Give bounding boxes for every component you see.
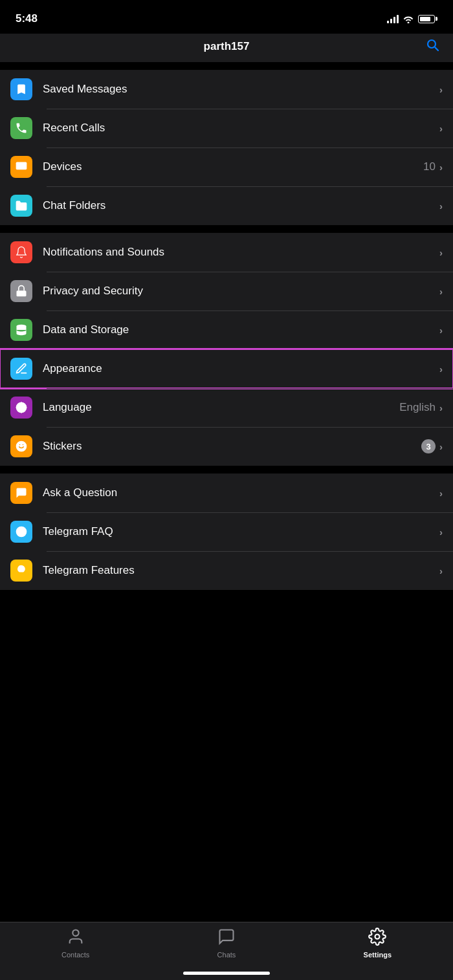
notifications-label: Notifications and Sounds xyxy=(43,246,439,259)
row-saved-messages[interactable]: Saved Messages › xyxy=(0,70,453,109)
features-icon xyxy=(10,560,32,582)
row-devices[interactable]: Devices 10 › xyxy=(0,147,453,186)
row-chat-folders[interactable]: Chat Folders › xyxy=(0,186,453,225)
header-title: parth157 xyxy=(204,40,250,53)
stickers-icon xyxy=(10,435,32,457)
language-icon xyxy=(10,397,32,419)
section-2: Notifications and Sounds › Privacy and S… xyxy=(0,233,453,466)
tab-contacts-label: Contacts xyxy=(61,951,89,959)
saved-messages-icon xyxy=(10,78,32,100)
faq-chevron: › xyxy=(439,527,443,538)
search-button[interactable] xyxy=(425,37,440,56)
tab-chats-label: Chats xyxy=(217,951,236,959)
chats-icon xyxy=(217,928,236,948)
row-features[interactable]: Telegram Features › xyxy=(0,551,453,590)
recent-calls-icon xyxy=(10,117,32,139)
row-faq[interactable]: Telegram FAQ › xyxy=(0,512,453,551)
language-label: Language xyxy=(43,401,399,414)
devices-icon xyxy=(10,156,32,178)
svg-point-4 xyxy=(16,441,27,452)
privacy-chevron: › xyxy=(439,286,443,297)
row-privacy[interactable]: Privacy and Security › xyxy=(0,272,453,310)
data-storage-label: Data and Storage xyxy=(43,323,439,336)
battery-icon xyxy=(418,15,437,23)
devices-label: Devices xyxy=(43,160,423,173)
row-data-storage[interactable]: Data and Storage › xyxy=(0,310,453,349)
notifications-chevron: › xyxy=(439,247,443,258)
features-chevron: › xyxy=(439,565,443,576)
ask-question-icon xyxy=(10,482,32,504)
faq-label: Telegram FAQ xyxy=(43,525,439,538)
status-time: 5:48 xyxy=(16,12,38,25)
signal-bars-icon xyxy=(387,14,399,23)
contacts-icon xyxy=(67,928,85,948)
home-indicator xyxy=(183,972,270,975)
appearance-icon xyxy=(10,358,32,380)
appearance-label: Appearance xyxy=(43,362,439,375)
tab-chats[interactable]: Chats xyxy=(151,928,302,959)
saved-messages-label: Saved Messages xyxy=(43,83,439,96)
saved-messages-chevron: › xyxy=(439,84,443,95)
svg-point-6 xyxy=(72,930,78,936)
tab-settings-label: Settings xyxy=(364,951,392,959)
ask-question-chevron: › xyxy=(439,488,443,499)
chat-folders-chevron: › xyxy=(439,201,443,212)
data-storage-icon xyxy=(10,319,32,341)
svg-rect-1 xyxy=(17,290,27,296)
section-gap-1 xyxy=(0,62,453,70)
devices-chevron: › xyxy=(439,162,443,173)
language-chevron: › xyxy=(439,402,443,413)
notifications-icon xyxy=(10,241,32,263)
privacy-icon xyxy=(10,280,32,302)
data-storage-chevron: › xyxy=(439,325,443,336)
status-bar: 5:48 xyxy=(0,0,453,34)
stickers-label: Stickers xyxy=(43,440,421,453)
ask-question-label: Ask a Question xyxy=(43,486,439,499)
svg-rect-0 xyxy=(16,162,27,170)
chat-folders-icon xyxy=(10,195,32,217)
wifi-icon xyxy=(403,14,414,23)
stickers-badge: 3 xyxy=(421,439,436,453)
row-ask-question[interactable]: Ask a Question › xyxy=(0,474,453,512)
devices-value: 10 xyxy=(423,160,436,173)
faq-icon xyxy=(10,521,32,543)
features-label: Telegram Features xyxy=(43,564,439,577)
recent-calls-label: Recent Calls xyxy=(43,122,439,135)
language-value: English xyxy=(399,401,436,414)
recent-calls-chevron: › xyxy=(439,123,443,134)
row-language[interactable]: Language English › xyxy=(0,388,453,427)
privacy-label: Privacy and Security xyxy=(43,285,439,298)
svg-point-7 xyxy=(375,935,380,939)
header: parth157 xyxy=(0,34,453,62)
row-notifications[interactable]: Notifications and Sounds › xyxy=(0,233,453,272)
tab-settings[interactable]: Settings xyxy=(302,928,453,959)
row-recent-calls[interactable]: Recent Calls › xyxy=(0,109,453,147)
section-3: Ask a Question › Telegram FAQ › Telegram… xyxy=(0,474,453,590)
row-appearance[interactable]: Appearance › xyxy=(0,349,453,388)
row-stickers[interactable]: Stickers 3 › xyxy=(0,427,453,466)
status-icons xyxy=(387,14,437,23)
section-1: Saved Messages › Recent Calls › Devices … xyxy=(0,70,453,225)
tab-contacts[interactable]: Contacts xyxy=(0,928,151,959)
settings-icon xyxy=(368,928,386,948)
appearance-chevron: › xyxy=(439,364,443,375)
stickers-chevron: › xyxy=(439,441,443,452)
chat-folders-label: Chat Folders xyxy=(43,199,439,212)
